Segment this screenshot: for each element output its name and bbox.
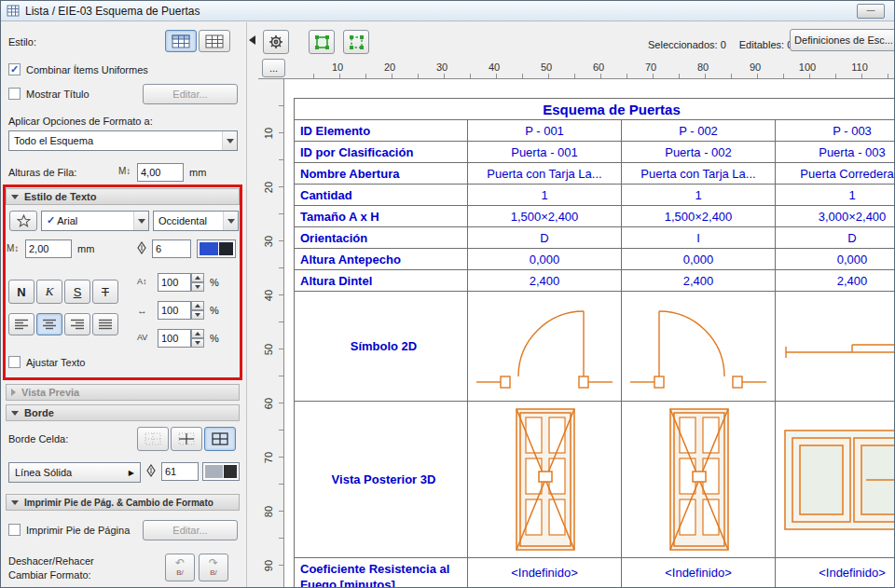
- table-cell[interactable]: I: [622, 227, 776, 249]
- definiciones-button[interactable]: Definiciones de Esc...: [790, 29, 895, 51]
- row-label[interactable]: Altura Dintel: [295, 270, 468, 292]
- horizontal-ruler[interactable]: 10 20 30 40 50 60 70 80 90 100 110: [288, 57, 895, 79]
- row-label[interactable]: Orientación: [295, 227, 468, 249]
- table-cell[interactable]: Puerta con Tarja La...: [468, 163, 622, 185]
- table-cell[interactable]: 3,000×2,400: [776, 206, 895, 227]
- favorites-button[interactable]: [9, 211, 37, 231]
- align-left-button[interactable]: [8, 313, 34, 335]
- table-cell[interactable]: 0,000: [622, 249, 776, 270]
- row-label[interactable]: ID por Clasificación: [295, 142, 468, 163]
- align-center-button[interactable]: [36, 313, 62, 335]
- section-imprimir[interactable]: Imprimir Pie de Pág. & Cambio de Formato: [6, 494, 240, 511]
- table-cell[interactable]: <Indefinido>: [776, 558, 895, 588]
- ruler-options-button[interactable]: ...: [262, 59, 285, 77]
- text-pen-input[interactable]: [152, 239, 191, 258]
- table-cell[interactable]: Puerta - 001: [468, 142, 622, 163]
- row-label[interactable]: ID Elemento: [295, 120, 468, 142]
- line-spacing-stepper[interactable]: [191, 273, 204, 292]
- underline-button[interactable]: S: [64, 280, 90, 304]
- vertical-ruler[interactable]: 10 20 30 40 50 60 70 80 90: [258, 79, 284, 588]
- line-type-popup[interactable]: Línea Sólida ▶: [8, 462, 141, 483]
- table-cell[interactable]: 0,000: [468, 249, 622, 270]
- stepper-up[interactable]: [191, 273, 204, 282]
- view-3d-cell[interactable]: [468, 402, 622, 558]
- row-label[interactable]: Coeficiente Resistencia al Fuego [minuto…: [295, 558, 468, 588]
- mostrar-titulo-checkbox[interactable]: Mostrar Título: [8, 88, 90, 100]
- table-cell[interactable]: Puerta con Tarja La...: [622, 163, 776, 185]
- row-label[interactable]: Vista Posterior 3D: [295, 402, 468, 558]
- symbol-2d-cell[interactable]: [776, 292, 895, 402]
- view-3d-cell[interactable]: [776, 402, 895, 558]
- table-cell[interactable]: 1,500×2,400: [468, 206, 622, 227]
- char-width-input[interactable]: [158, 301, 191, 320]
- table-cell[interactable]: 2,400: [622, 270, 776, 292]
- row-height-input[interactable]: [137, 163, 184, 182]
- minimize-button[interactable]: —: [857, 4, 885, 19]
- imprimir-pie-checkbox[interactable]: Imprimir Pie de Página: [8, 524, 130, 536]
- line-spacing-input[interactable]: [158, 273, 191, 292]
- table-cell[interactable]: <Indefinido>: [468, 558, 622, 588]
- table-cell[interactable]: 2,400: [468, 270, 622, 292]
- view-3d-cell[interactable]: [622, 402, 776, 558]
- table-cell[interactable]: Puerta - 002: [622, 142, 776, 163]
- aplicar-formato-select[interactable]: Todo el Esquema: [8, 130, 238, 151]
- table-cell[interactable]: 0,000: [776, 249, 895, 270]
- row-label[interactable]: Altura Antepecho: [295, 249, 468, 270]
- stepper-down[interactable]: [191, 310, 204, 320]
- border-inner-button[interactable]: [171, 427, 202, 451]
- show-selection-button[interactable]: [309, 30, 335, 54]
- script-select[interactable]: Occidental: [153, 211, 239, 231]
- text-size-input[interactable]: [25, 239, 72, 258]
- combinar-items-checkbox[interactable]: ✓ Combinar Ítems Uniformes: [8, 63, 148, 75]
- table-cell[interactable]: Puerta - 003: [776, 142, 895, 163]
- editar-pie-button[interactable]: Editar...: [143, 520, 238, 540]
- table-cell[interactable]: <Indefinido>: [622, 558, 776, 588]
- title-bar[interactable]: Lista / EIE-03 Esquema de Puertas —: [1, 1, 894, 21]
- table-cell[interactable]: 1: [776, 185, 895, 206]
- row-label[interactable]: Tamaño A x H: [295, 206, 468, 227]
- table-cell[interactable]: P - 003: [776, 120, 895, 142]
- section-estilo-de-texto[interactable]: Estilo de Texto: [6, 188, 240, 205]
- row-label[interactable]: Símbolo 2D: [295, 292, 468, 402]
- editar-titulo-button[interactable]: Editar...: [143, 84, 238, 104]
- table-cell[interactable]: D: [468, 227, 622, 249]
- row-label[interactable]: Nombre Abertura: [295, 163, 468, 185]
- select-marquee-button[interactable]: [343, 30, 369, 54]
- border-pen-input[interactable]: [161, 462, 199, 481]
- table-cell[interactable]: 1: [622, 185, 776, 206]
- text-pen-color-swatch[interactable]: [197, 239, 236, 258]
- stepper-up[interactable]: [191, 301, 204, 310]
- border-none-button[interactable]: [137, 427, 169, 451]
- table-cell[interactable]: 1,500×2,400: [622, 206, 776, 227]
- style-plain-grid-button[interactable]: [199, 30, 230, 52]
- font-select[interactable]: ✓ Arial: [41, 211, 149, 231]
- symbol-2d-cell[interactable]: [622, 292, 776, 402]
- border-all-button[interactable]: [204, 427, 236, 451]
- align-right-button[interactable]: [64, 313, 90, 335]
- table-title[interactable]: Esquema de Puertas: [295, 99, 895, 120]
- section-vista-previa[interactable]: Vista Previa: [6, 384, 240, 401]
- table-cell[interactable]: P - 002: [622, 120, 776, 142]
- kerning-stepper[interactable]: [191, 329, 204, 348]
- redo-format-button[interactable]: ↷ B/: [199, 554, 228, 581]
- strikethrough-button[interactable]: T: [92, 280, 118, 304]
- symbol-2d-cell[interactable]: [468, 292, 622, 402]
- stepper-down[interactable]: [191, 282, 204, 292]
- table-cell[interactable]: 1: [468, 185, 622, 206]
- settings-button[interactable]: [263, 30, 289, 54]
- table-cell[interactable]: P - 001: [468, 120, 622, 142]
- kerning-input[interactable]: [158, 329, 191, 348]
- panel-collapse-arrow[interactable]: [249, 35, 255, 45]
- style-table-headers-button[interactable]: [165, 30, 197, 52]
- undo-format-button[interactable]: ↶ B/: [165, 554, 195, 581]
- char-width-stepper[interactable]: [191, 301, 204, 320]
- align-justify-button[interactable]: [92, 313, 118, 335]
- row-label[interactable]: Cantidad: [295, 185, 468, 206]
- border-pen-color-swatch[interactable]: [202, 462, 240, 481]
- table-cell[interactable]: D: [776, 227, 895, 249]
- stepper-up[interactable]: [191, 329, 204, 338]
- table-cell[interactable]: Puerta Corredera...: [776, 163, 895, 185]
- table-cell[interactable]: 2,400: [776, 270, 895, 292]
- bold-button[interactable]: N: [8, 280, 34, 304]
- stepper-down[interactable]: [191, 338, 204, 348]
